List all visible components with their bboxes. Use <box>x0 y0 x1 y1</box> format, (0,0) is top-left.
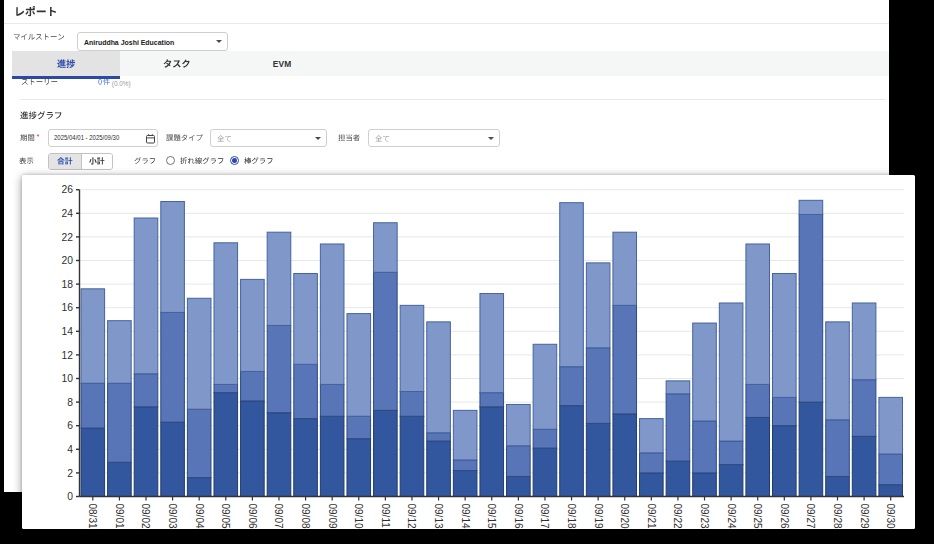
bar-segment-segment-light <box>586 263 610 348</box>
tab-evm[interactable]: EVM <box>234 51 331 76</box>
x-axis-label: 09/01 <box>114 504 125 529</box>
bar-segment-segment-light <box>400 305 424 391</box>
assignee-select[interactable] <box>368 129 500 147</box>
display-subtotal-button[interactable] <box>82 154 113 169</box>
screenshot-root: { "window": { "background": "#000000", "… <box>0 0 934 544</box>
bar-segment-segment-light <box>134 218 158 374</box>
bar-segment-segment-dark <box>719 465 743 497</box>
bar-segment-segment-medium <box>294 364 318 418</box>
bar-segment-segment-medium <box>214 384 238 392</box>
bar-segment-segment-light <box>81 289 105 383</box>
x-axis-label: 09/28 <box>832 504 843 529</box>
section-title <box>20 111 63 120</box>
bar-segment-segment-medium <box>852 380 876 437</box>
milestone-caret-icon <box>216 40 222 43</box>
x-axis-label: 09/21 <box>646 504 657 529</box>
bar-segment-segment-dark <box>746 417 770 496</box>
x-axis-label: 09/19 <box>593 504 604 529</box>
bar-segment-segment-light <box>799 200 823 214</box>
bar-segment-segment-dark <box>507 476 531 496</box>
bar-segment-segment-medium <box>267 325 291 412</box>
issue-type-label <box>166 134 203 142</box>
graph-line-label[interactable] <box>180 157 224 165</box>
bar-segment-segment-dark <box>453 471 477 497</box>
bar-segment-segment-dark <box>187 478 211 497</box>
bar-segment-segment-light <box>879 397 903 454</box>
bar-segment-segment-light <box>161 202 185 313</box>
bar-segment-segment-dark <box>852 436 876 496</box>
bar-segment-segment-light <box>241 279 265 371</box>
milestone-select[interactable]: Aniruddha Joshi Education <box>77 32 228 52</box>
graph-bar-radio[interactable] <box>230 156 239 165</box>
x-axis-label: 09/17 <box>539 504 550 529</box>
bar-segment-segment-light <box>560 203 584 367</box>
x-axis-label: 09/02 <box>140 504 151 529</box>
x-axis-label: 09/30 <box>885 504 896 529</box>
bar-segment-segment-dark <box>320 416 344 496</box>
bar-segment-segment-light <box>773 273 797 397</box>
bar-segment-segment-medium <box>507 446 531 477</box>
bar-segment-segment-medium <box>108 383 132 462</box>
section-divider <box>20 99 886 100</box>
milestone-label <box>13 33 65 41</box>
y-axis-label: 14 <box>62 326 74 337</box>
x-axis-label: 09/22 <box>672 504 683 529</box>
bar-segment-segment-light <box>453 410 477 460</box>
x-axis-label: 09/29 <box>859 504 870 529</box>
y-axis-label: 0 <box>67 491 73 502</box>
story-count-link[interactable] <box>98 78 110 86</box>
y-axis-label: 16 <box>62 302 74 313</box>
issue-type-select[interactable] <box>210 129 328 147</box>
period-input[interactable]: 2025/04/01 - 2025/09/30 <box>48 129 158 147</box>
bar-segment-segment-dark <box>267 413 291 497</box>
y-axis-label: 18 <box>62 279 74 290</box>
bar-segment-segment-light <box>533 344 557 429</box>
y-axis-label: 26 <box>62 184 74 195</box>
bar-segment-segment-medium <box>241 371 265 401</box>
bar-segment-segment-dark <box>161 422 185 496</box>
x-axis-label: 09/08 <box>300 504 311 529</box>
x-axis-label: 09/23 <box>699 504 710 529</box>
display-label <box>19 157 34 165</box>
tab-progress[interactable] <box>12 51 120 76</box>
bar-segment-segment-light <box>746 244 770 384</box>
story-percent: (0.0%) <box>112 80 131 87</box>
header-divider <box>4 23 889 24</box>
active-tab-underline <box>12 76 120 79</box>
bar-segment-segment-dark <box>108 462 132 496</box>
bar-segment-segment-dark <box>214 393 238 497</box>
bar-segment-segment-dark <box>81 428 105 496</box>
x-axis-label: 09/27 <box>805 504 816 529</box>
y-axis-label: 12 <box>62 350 74 361</box>
chart-panel: 0246810121416182022242608/3109/0109/0209… <box>22 175 915 529</box>
bar-segment-segment-medium <box>666 394 690 461</box>
display-total-button[interactable] <box>49 154 82 169</box>
graph-line-radio[interactable] <box>166 156 175 165</box>
bar-segment-segment-light <box>187 298 211 409</box>
y-axis-label: 2 <box>67 468 73 479</box>
bar-segment-segment-medium <box>533 429 557 448</box>
page-title <box>14 6 58 17</box>
bar-segment-segment-dark <box>613 414 637 497</box>
bar-segment-segment-light <box>347 314 371 417</box>
bar-segment-segment-light <box>852 303 876 380</box>
x-axis-label: 09/26 <box>779 504 790 529</box>
graph-bar-label[interactable] <box>244 157 274 165</box>
period-required-mark: * <box>37 132 40 141</box>
tab-evm-label: EVM <box>273 59 292 69</box>
bar-segment-segment-medium <box>400 391 424 416</box>
bar-segment-segment-dark <box>374 410 398 496</box>
bar-segment-segment-dark <box>799 402 823 496</box>
y-axis-label: 20 <box>62 255 74 266</box>
display-segmented-control <box>48 153 113 170</box>
bar-segment-segment-medium <box>719 441 743 465</box>
bar-segment-segment-dark <box>294 419 318 497</box>
bar-segment-segment-light <box>320 244 344 384</box>
display-total-label <box>57 157 73 165</box>
x-axis-label: 09/20 <box>619 504 630 529</box>
x-axis-label: 09/15 <box>486 504 497 529</box>
bar-segment-segment-medium <box>879 454 903 485</box>
y-axis-label: 10 <box>62 373 74 384</box>
x-axis-label: 09/04 <box>194 504 205 529</box>
tab-task[interactable] <box>121 51 233 76</box>
